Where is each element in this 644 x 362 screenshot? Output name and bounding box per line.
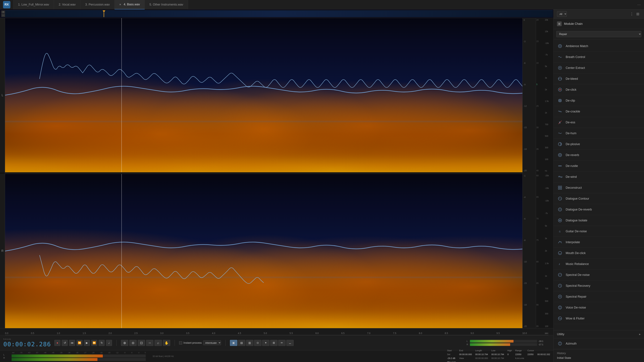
zoom-search-btn[interactable]: ⌕ [154,340,162,346]
snap-btn[interactable]: ⊞ [270,340,278,346]
tab-bass[interactable]: ✕ 4. Bass.wav [114,0,145,9]
timeline-tick: 6.5 [341,332,344,335]
svg-text:♪: ♪ [559,262,560,266]
overview-waveform-display[interactable] [5,10,553,17]
dialogue-de-reverb-icon [557,206,563,213]
record-btn[interactable]: ● [54,340,60,346]
spectrogram-bottom[interactable] [5,174,522,328]
module-item-dialogue-contour[interactable]: Dialogue Contour [554,193,644,204]
module-item-de-reverb[interactable]: De-reverb [554,150,644,161]
module-item-mouth-de-click[interactable]: Mouth De-click [554,248,644,259]
timeline-tick: 10.0 [522,332,527,335]
module-item-spectral-repair[interactable]: Spectral Repair [554,291,644,302]
zoom-fit-btn[interactable]: ⊡ [138,340,145,346]
spectrogram-top[interactable] [5,18,522,172]
bit-depth-info: 32-bit float | 44100 Hz [152,355,174,358]
tab-low-full-mirror[interactable]: 1. Low_Full_Mirror.wav [14,0,54,9]
zoom-horiz-btn[interactable]: ↔ [146,340,154,346]
timeline: 0.0 0.5 1.0 1.5 2.0 2.5 3.0 3.5 4.0 4.5 … [0,328,554,335]
loop-region-btn[interactable]: ↻ [98,340,105,346]
panel-grid-btn[interactable]: ⊞ [635,11,641,17]
module-name: Mouth De-click [566,251,586,255]
module-item-de-plosive[interactable]: De-plosive [554,139,644,150]
rewind-btn[interactable]: ⏮ [69,340,75,346]
right-panel: All ⋮ ⊞ ⊞ Module Chain Repair Ambience M… [554,9,644,362]
cursor-time: 00:00:02.332 [537,353,550,356]
repair-filter-select[interactable]: Repair [556,31,641,37]
module-item-dialogue-isolate[interactable]: Dialogue Isolate [554,215,644,226]
module-name: Azimuth [566,342,576,346]
metronome-btn[interactable]: ♩ [106,340,112,346]
module-item-de-ess[interactable]: S De-ess [554,117,644,128]
svg-rect-29 [558,188,560,189]
more-tabs-btn[interactable]: ⋯ [634,3,644,7]
module-chain-row[interactable]: ⊞ Module Chain [554,19,644,29]
de-plosive-icon [557,141,563,147]
module-item-music-rebalance[interactable]: ♪ Music Rebalance [554,259,644,270]
timeline-tick: 1.0 [57,332,60,335]
module-name: Dialogue Contour [566,197,589,200]
de-click-icon [557,87,563,93]
back-btn[interactable]: ⏪ [76,340,82,346]
magic-wand-btn[interactable]: ✦ [262,340,270,346]
module-item-ambience-match[interactable]: Ambience Match [554,41,644,52]
module-item-deconstruct[interactable]: Deconstruct [554,182,644,193]
attenuation-select[interactable]: Attentuate [203,340,221,345]
timeline-tick: 9.5 [496,332,500,335]
deconstruct-icon [557,185,563,191]
tab-vocal[interactable]: 2. Vocal.wav [54,0,80,9]
module-item-center-extract[interactable]: Center Extract [554,62,644,73]
module-item-de-wind[interactable]: De-wind [554,171,644,182]
tab-percussion[interactable]: 3. Percussion.wav [80,0,114,9]
timeline-markers: 0.0 0.5 1.0 1.5 2.0 2.5 3.0 3.5 4.0 4.5 … [5,328,548,335]
module-item-de-rustle[interactable]: De-rustle [554,161,644,171]
module-item-spectral-recovery[interactable]: Spectral Recovery [554,280,644,291]
channel-labels: L R [0,18,5,328]
module-item-de-crackle[interactable]: De-crackle [554,106,644,117]
zoom-out-btn[interactable]: ⊖ [129,340,137,346]
module-name: Guitar De-noise [566,230,587,233]
loop-btn[interactable]: ↺ [62,340,68,346]
play-btn[interactable]: ▶ [84,340,90,346]
module-item-interpolate[interactable]: Interpolate [554,237,644,248]
zoom-in-btn[interactable]: ⊕ [121,340,128,346]
history-initial-state: Initial State [557,356,641,360]
lasso-btn[interactable]: ⊙ [254,340,262,346]
module-name: Ambience Match [566,44,588,48]
de-clip-icon [557,97,563,104]
module-item-dialogue-de-reverb[interactable]: Dialogue De-reverb [554,204,644,215]
freq-select-btn[interactable]: ▥ [246,340,254,346]
module-item-voice-de-noise[interactable]: Voice De-noise [554,302,644,313]
timeline-tick: 8.0 [419,332,422,335]
module-item-de-click[interactable]: De-click [554,84,644,95]
start-label: Start [447,349,456,352]
instant-process-checkbox[interactable] [179,341,182,345]
module-name: Deconstruct [566,186,582,190]
breath-control-icon [557,54,563,60]
module-item-de-clip[interactable]: De-clip [554,95,644,106]
forward-btn[interactable]: ⏩ [91,340,97,346]
panel-menu-btn[interactable]: ⋮ [628,11,635,17]
tab-other-instruments[interactable]: 5. Other Instruments.wav [145,0,188,9]
spectrogram-container[interactable] [5,18,522,328]
svg-point-10 [558,44,562,48]
spectral-de-noise-icon [557,272,563,278]
range-value: 22050 [528,353,534,356]
brush-btn[interactable]: ⚊ [286,340,294,346]
module-item-spectral-de-noise[interactable]: Spectral De-noise [554,270,644,280]
module-item-breath-control[interactable]: Breath Control [554,52,644,62]
close-icon[interactable]: ✕ [119,3,121,6]
overview-expand-btn[interactable]: ⋯ [1,14,5,17]
time-select-btn[interactable]: ▤ [238,340,245,346]
module-item-de-hum[interactable]: De-hum [554,128,644,139]
all-filter-select[interactable]: All [557,11,567,17]
module-item-de-bleed[interactable]: De-bleed [554,73,644,84]
module-item-azimuth[interactable]: Azimuth [554,338,644,349]
module-item-wow-flutter[interactable]: Wow & Flutter [554,313,644,324]
module-name: Spectral Recovery [566,284,590,288]
pencil-btn[interactable]: ✏ [278,340,286,346]
module-item-guitar-de-noise[interactable]: ♫ Guitar De-noise [554,226,644,237]
overview-collapse-btn[interactable]: ✕ [1,10,5,13]
select-tool-btn[interactable]: ▣ [230,340,237,346]
hand-tool-btn[interactable]: ✋ [163,340,170,346]
